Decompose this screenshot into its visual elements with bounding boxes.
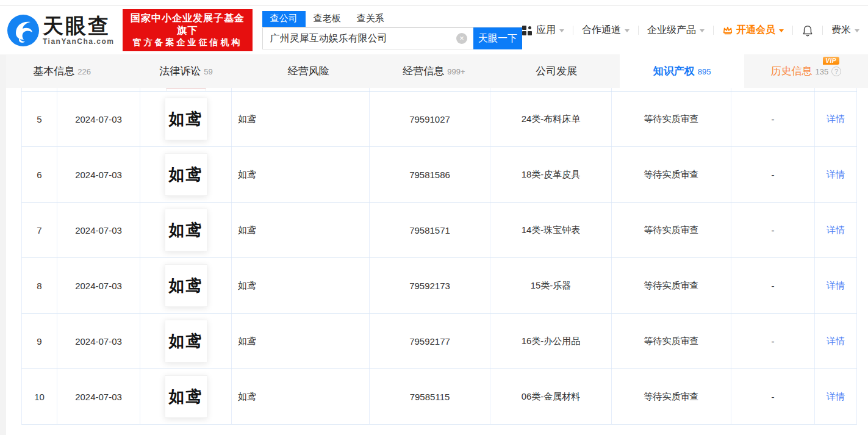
trademark-image-cell: 如鸢 <box>140 314 232 368</box>
search-input[interactable] <box>262 27 473 49</box>
detail-link[interactable]: 详情 <box>827 113 845 125</box>
extra-dash: - <box>731 369 815 424</box>
user-nickname: 费米 <box>831 24 851 37</box>
search-tab-boss[interactable]: 查老板 <box>306 11 349 27</box>
menu-divider <box>573 26 573 35</box>
registration-number: 79591027 <box>370 92 490 146</box>
table-row: 7 2024-07-03 如鸢 如鸢 79581571 14类-珠宝钟表 等待实… <box>21 203 857 258</box>
search-tabs: 查公司 查老板 查关系 <box>262 11 522 27</box>
table-row: 8 2024-07-03 如鸢 如鸢 79592173 15类-乐器 等待实质审… <box>21 258 857 314</box>
menu-enterprise-label: 企业级产品 <box>647 24 696 37</box>
tab-label: 基本信息 <box>33 64 74 78</box>
menu-apps[interactable]: 应用 <box>522 24 564 37</box>
chevron-down-icon <box>700 29 705 32</box>
apply-date: 2024-07-03 <box>57 147 140 202</box>
trademark-image[interactable]: 如鸢 <box>165 153 207 196</box>
trademark-image-cell: 如鸢 <box>140 369 232 424</box>
page-left-gutter <box>0 55 6 435</box>
top-menu: 应用 合作通道 企业级产品 开通会员 费米 <box>522 24 859 37</box>
trademark-category: 14类-珠宝钟表 <box>490 203 612 257</box>
menu-apps-label: 应用 <box>536 24 556 37</box>
tianyancha-logo[interactable]: 天眼查 TianYanCha.com <box>7 15 114 46</box>
app-grid-icon <box>522 26 532 35</box>
registration-number: 79585115 <box>370 369 490 424</box>
menu-enterprise-products[interactable]: 企业级产品 <box>647 24 705 37</box>
menu-partner-label: 合作通道 <box>582 24 621 37</box>
apply-date: 2024-07-03 <box>57 92 140 146</box>
bell-icon[interactable] <box>802 25 814 37</box>
tab-count: 999+ <box>447 67 465 76</box>
chevron-down-icon <box>625 29 629 32</box>
trademark-table: 5 2024-07-03 如鸢 如鸢 79591027 24类-布料床单 等待实… <box>21 88 857 425</box>
clear-icon[interactable]: × <box>456 33 467 44</box>
menu-open-vip[interactable]: 开通会员 <box>722 24 784 37</box>
tab-basic-info[interactable]: 基本信息 226 <box>0 54 124 88</box>
trademark-image[interactable]: 如鸢 <box>165 375 207 418</box>
trademark-name: 如鸢 <box>232 369 370 424</box>
site-header: 天眼查 TianYanCha.com 国家中小企业发展子基金旗下 官方备案企业征… <box>0 6 868 54</box>
badge-line2: 官方备案企业征信机构 <box>129 37 246 48</box>
trademark-category: 24类-布料床单 <box>490 92 612 146</box>
tab-label: 历史信息 <box>770 64 812 78</box>
trademark-image-cell: 如鸢 <box>140 92 232 146</box>
trademark-name: 如鸢 <box>232 314 370 368</box>
row-index: 9 <box>21 314 57 368</box>
tianyancha-logo-icon <box>7 15 39 46</box>
trademark-image[interactable]: 如鸢 <box>165 320 207 362</box>
extra-dash: - <box>731 203 815 257</box>
detail-link[interactable]: 详情 <box>827 225 845 236</box>
detail-link[interactable]: 详情 <box>827 169 845 181</box>
tab-label: 经营信息 <box>403 64 444 78</box>
apply-date: 2024-07-03 <box>57 314 140 368</box>
trademark-status: 等待实质审查 <box>612 314 731 368</box>
detail-link[interactable]: 详情 <box>827 280 845 292</box>
menu-divider <box>713 26 714 35</box>
menu-user-account[interactable]: 费米 <box>831 24 859 37</box>
trademark-category: 06类-金属材料 <box>490 369 612 424</box>
registration-number: 79581571 <box>370 203 490 257</box>
registration-number: 79581586 <box>370 147 490 202</box>
gov-certification-badge: 国家中小企业发展子基金旗下 官方备案企业征信机构 <box>123 9 252 51</box>
tab-legal-litigation[interactable]: 法律诉讼 59 <box>124 54 248 88</box>
tab-business-info[interactable]: 经营信息 999+ <box>372 54 496 88</box>
registration-number: 79592173 <box>370 258 490 313</box>
tab-count: 135 <box>815 67 828 76</box>
trademark-category: 18类-皮革皮具 <box>490 147 612 202</box>
tab-business-risk[interactable]: 经营风险 <box>248 54 372 88</box>
detail-link[interactable]: 详情 <box>827 336 845 347</box>
menu-divider <box>792 26 793 35</box>
search-tab-company[interactable]: 查公司 <box>262 11 306 27</box>
tab-label: 法律诉讼 <box>159 64 201 78</box>
extra-dash: - <box>731 147 815 202</box>
tab-intellectual-property[interactable]: 知识产权 895 <box>620 54 744 88</box>
tab-history-info[interactable]: VIP 历史信息 135 ? <box>744 54 868 88</box>
apply-date: 2024-07-03 <box>57 369 140 424</box>
tab-count: 226 <box>77 67 91 76</box>
row-index: 6 <box>21 147 57 202</box>
trademark-image[interactable]: 如鸢 <box>165 98 207 140</box>
trademark-category: 16类-办公用品 <box>490 314 612 368</box>
chevron-down-icon <box>559 29 564 32</box>
trademark-image[interactable]: 如鸢 <box>165 264 207 307</box>
row-index: 7 <box>21 203 57 257</box>
trademark-status: 等待实质审查 <box>612 369 731 424</box>
tab-label: 公司发展 <box>536 64 577 78</box>
table-row: 5 2024-07-03 如鸢 如鸢 79591027 24类-布料床单 等待实… <box>21 92 857 147</box>
menu-vip-label: 开通会员 <box>736 24 775 37</box>
row-index: 5 <box>21 92 57 146</box>
trademark-image[interactable]: 如鸢 <box>165 209 207 251</box>
vip-badge: VIP <box>823 57 839 65</box>
menu-divider <box>822 26 823 35</box>
search-button[interactable]: 天眼一下 <box>473 27 522 49</box>
trademark-status: 等待实质审查 <box>612 203 731 257</box>
tab-company-development[interactable]: 公司发展 <box>496 54 620 88</box>
help-icon[interactable]: ? <box>831 67 841 76</box>
extra-dash: - <box>731 92 815 146</box>
table-row: 9 2024-07-03 如鸢 如鸢 79592177 16类-办公用品 等待实… <box>21 314 857 369</box>
search-tab-relation[interactable]: 查关系 <box>349 11 392 27</box>
menu-partner-channel[interactable]: 合作通道 <box>582 24 629 37</box>
brand-name: 天眼查 <box>43 15 114 37</box>
tab-label: 经营风险 <box>288 64 329 78</box>
detail-link[interactable]: 详情 <box>827 391 845 403</box>
extra-dash: - <box>731 258 815 313</box>
